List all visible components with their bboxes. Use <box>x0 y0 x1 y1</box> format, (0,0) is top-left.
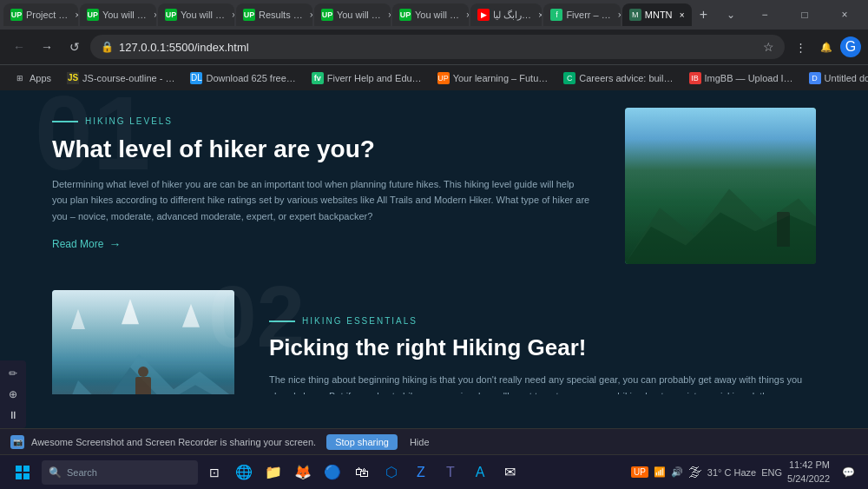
window-controls: − □ × <box>745 0 865 30</box>
tab-close-7[interactable]: × <box>535 9 542 21</box>
screenshot-bar-text: Awesome Screenshot and Screen Recorder i… <box>31 437 316 447</box>
tab-close-5[interactable]: × <box>385 9 391 21</box>
taskbar-chrome[interactable]: 🔵 <box>319 459 345 486</box>
gear-image <box>52 290 234 394</box>
tab-9[interactable]: M MNTN × <box>622 3 692 26</box>
bookmark-docs[interactable]: D Untitled document… <box>802 69 868 88</box>
screenshot-toolbar: ✏ ⊕ ⏸ <box>0 360 26 428</box>
taskbar-search[interactable]: 🔍 Search <box>42 460 198 485</box>
bookmark-learning[interactable]: UP Your learning – Futu… <box>431 69 556 88</box>
taskbar-right-area: UP 📶 🔊 🌫 31° C Haze ENG 11:42 PM 5/24/20… <box>631 459 861 486</box>
tab-3[interactable]: UP You will … × <box>158 3 234 26</box>
time-display: 11:42 PM <box>787 459 830 472</box>
tab-close-4[interactable]: × <box>306 9 312 21</box>
language-text: ENG <box>761 467 782 478</box>
new-tab-button[interactable]: + <box>694 3 713 26</box>
close-button[interactable]: × <box>825 0 865 30</box>
address-bar[interactable]: 🔒 127.0.0.1:5500/index.html ☆ <box>90 35 785 59</box>
back-button[interactable]: ← <box>7 35 31 59</box>
tab-favicon-8: f <box>550 9 562 21</box>
bookmark-apps[interactable]: ⊞ Apps <box>7 69 58 88</box>
crop-icon[interactable]: ⊕ <box>3 385 23 404</box>
weather-icon: 🌫 <box>688 465 702 480</box>
gear-person-silhouette <box>135 377 151 394</box>
extensions-button[interactable]: ⋮ <box>788 35 812 59</box>
clock[interactable]: 11:42 PM 5/24/2022 <box>787 459 830 486</box>
maximize-button[interactable]: □ <box>785 0 825 30</box>
svg-rect-9 <box>23 466 30 472</box>
tab-7[interactable]: ▶ رابگ لیا… × <box>470 3 542 26</box>
volume-icon[interactable]: 🔊 <box>671 466 683 478</box>
bookmark-imgbb[interactable]: IB ImgBB — Upload I… <box>682 69 800 88</box>
taskbar-store[interactable]: 🛍 <box>349 459 375 486</box>
tab-2[interactable]: UP You will … × <box>80 3 156 26</box>
notifications-button[interactable]: 🔔 <box>814 35 838 59</box>
tab-favicon-6: UP <box>399 9 411 21</box>
tab-8[interactable]: f Fiverr – … × <box>543 3 620 26</box>
tab-4[interactable]: UP Results … × <box>236 3 312 26</box>
tag-text-2: HIKING ESSENTIALS <box>302 316 418 326</box>
tray-up-icon: UP <box>631 466 648 478</box>
bookmark-careers[interactable]: C Careers advice: buil… <box>556 69 680 88</box>
tab-label-3: You will … <box>181 10 225 20</box>
taskbar-explorer[interactable]: 📁 <box>260 459 286 486</box>
profile-button[interactable]: G <box>840 36 861 57</box>
imgbb-label: ImgBB — Upload I… <box>705 73 793 83</box>
taskbar-anon[interactable]: A <box>467 459 493 486</box>
url-text: 127.0.0.1:5500/index.html <box>119 41 758 54</box>
taskbar-edge[interactable]: 🌐 <box>231 459 257 486</box>
tab-label-7: رابگ لیا… <box>493 10 531 21</box>
tab-close-8[interactable]: × <box>615 9 621 21</box>
taskbar-teams[interactable]: T <box>437 459 464 486</box>
taskbar-firefox[interactable]: 🦊 <box>290 459 316 486</box>
star-icon[interactable]: ☆ <box>763 40 774 54</box>
apps-icon: ⊞ <box>14 72 26 84</box>
tab-list-button[interactable]: ⌄ <box>719 3 743 26</box>
tab-label-9: MNTN <box>645 10 673 20</box>
notifications-button[interactable]: 💬 <box>835 459 861 486</box>
network-icon[interactable]: 📶 <box>654 466 666 478</box>
taskbar-vscode[interactable]: ⬡ <box>378 459 404 486</box>
nav-icons: ⋮ 🔔 G <box>788 35 861 59</box>
tab-bar: UP Project … × UP You will … × UP You wi… <box>0 0 868 30</box>
pencil-icon[interactable]: ✏ <box>3 364 23 383</box>
tab-favicon-7: ▶ <box>477 9 490 21</box>
reload-button[interactable]: ↺ <box>62 35 87 59</box>
read-more-link[interactable]: Read More → <box>52 237 590 251</box>
stop-sharing-button[interactable]: Stop sharing <box>326 434 398 450</box>
tab-favicon-5: UP <box>321 9 333 21</box>
bookmark-js[interactable]: JS JS-course-outline - … <box>60 69 181 88</box>
tab-close-1[interactable]: × <box>71 9 78 21</box>
tab-close-9[interactable]: × <box>676 9 688 21</box>
screenshot-notification-bar: 📷 Awesome Screenshot and Screen Recorder… <box>0 428 868 454</box>
taskbar-mail[interactable]: ✉ <box>496 459 523 486</box>
tab-close-3[interactable]: × <box>228 9 234 21</box>
forward-button[interactable]: → <box>35 35 59 59</box>
bookmark-download[interactable]: DL Download 625 free… <box>183 69 302 88</box>
pause-icon[interactable]: ⏸ <box>3 406 23 425</box>
minimize-button[interactable]: − <box>745 0 785 30</box>
svg-marker-5 <box>122 299 139 324</box>
hide-button[interactable]: Hide <box>404 434 435 450</box>
taskbar: 🔍 Search ⊡ 🌐 📁 🦊 🔵 🛍 ⬡ Z T A ✉ UP 📶 🔊 🌫 … <box>0 454 868 489</box>
svg-rect-10 <box>16 473 22 479</box>
tab-1[interactable]: UP Project … × <box>3 3 78 26</box>
bookmark-fiverr[interactable]: fv Fiverr Help and Edu… <box>305 69 429 88</box>
security-icon: 🔒 <box>101 41 114 53</box>
task-view-button[interactable]: ⊡ <box>201 459 227 486</box>
section-bg-number-2: 02 <box>208 273 305 360</box>
search-label: Search <box>67 467 97 478</box>
read-more-arrow-icon: → <box>108 237 121 251</box>
search-icon: 🔍 <box>49 466 62 479</box>
tab-favicon-9: M <box>629 9 641 21</box>
tab-close-2[interactable]: × <box>150 9 156 21</box>
tab-label-1: Project … <box>26 10 68 20</box>
svg-marker-6 <box>182 304 200 327</box>
taskbar-zoom[interactable]: Z <box>408 459 434 486</box>
careers-label: Careers advice: buil… <box>579 73 673 83</box>
tab-5[interactable]: UP You will … × <box>314 3 391 26</box>
tab-close-6[interactable]: × <box>463 9 469 21</box>
start-button[interactable] <box>7 459 38 486</box>
section-2-text: 02 HIKING ESSENTIALS Picking the right H… <box>269 290 816 394</box>
tab-6[interactable]: UP You will … × <box>392 3 469 26</box>
